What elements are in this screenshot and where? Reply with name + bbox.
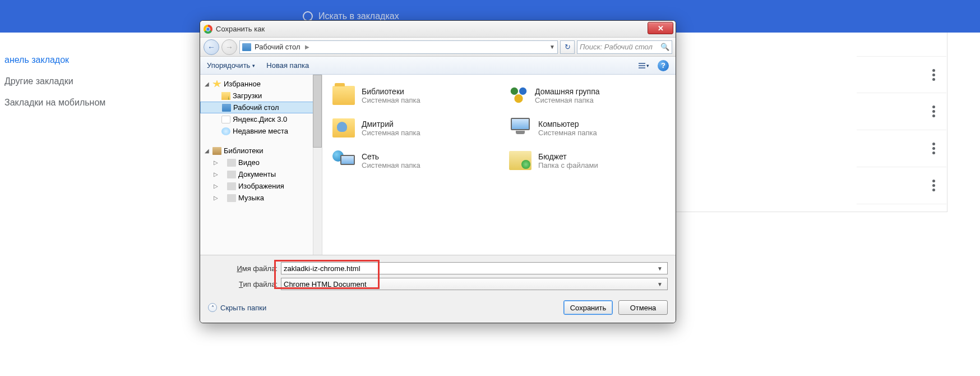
tree-libraries[interactable]: ◢Библиотеки — [200, 145, 322, 157]
tree-recent[interactable]: Недавние места — [200, 125, 322, 137]
help-button[interactable]: ? — [658, 60, 669, 71]
expand-icon[interactable]: ▷ — [214, 159, 218, 166]
expand-icon[interactable]: ▷ — [214, 183, 218, 189]
filename-label: Имя файла: — [208, 264, 281, 273]
address-bar[interactable]: Рабочий стол ▶ ▼ — [239, 40, 558, 54]
user-folder-icon — [332, 118, 355, 137]
item-libraries[interactable]: БиблиотекиСистемная папка — [328, 80, 493, 111]
svg-point-1 — [519, 88, 526, 95]
item-network[interactable]: СетьСистемная папка — [328, 145, 493, 176]
tree-favorites[interactable]: ◢Избранное — [200, 78, 322, 90]
filename-dropdown-icon[interactable]: ▼ — [655, 265, 665, 272]
filename-input[interactable]: zakladki-iz-chrome.html▼ — [281, 262, 668, 274]
tree-music[interactable]: ▷Музыка — [200, 192, 322, 204]
tree-video[interactable]: ▷Видео — [200, 157, 322, 168]
hide-folders-toggle[interactable]: ˄ Скрыть папки — [208, 303, 266, 312]
folder-icon — [509, 151, 531, 170]
yandex-disk-icon — [221, 116, 230, 123]
item-homegroup[interactable]: Домашняя группаСистемная папка — [505, 80, 670, 111]
overflow-menu-icon[interactable] — [932, 69, 946, 81]
svg-point-2 — [514, 94, 523, 103]
desktop-icon — [242, 43, 251, 51]
desktop-icon — [222, 104, 231, 112]
documents-icon — [227, 171, 236, 178]
folder-search-input[interactable]: Поиск: Рабочий стол 🔍 — [577, 40, 672, 54]
dialog-bottom: Имя файла: zakladki-iz-chrome.html▼ Тип … — [200, 255, 676, 323]
item-computer[interactable]: КомпьютерСистемная папка — [505, 113, 670, 143]
overflow-menu-icon[interactable] — [932, 106, 946, 117]
collapse-icon[interactable]: ◢ — [205, 148, 209, 154]
address-text: Рабочий стол — [255, 43, 301, 51]
sidebar-item-bookmarks-bar[interactable]: анель закладок — [2, 49, 191, 71]
dialog-title: Сохранить как — [216, 25, 265, 33]
refresh-button[interactable]: ↻ — [560, 40, 575, 54]
network-icon — [332, 150, 355, 171]
scrollbar-thumb[interactable] — [313, 75, 322, 148]
tree-documents[interactable]: ▷Документы — [200, 168, 322, 180]
search-icon: 🔍 — [660, 43, 669, 51]
save-as-dialog: Сохранить как ✕ ← → Рабочий стол ▶ ▼ ↻ П… — [200, 20, 676, 323]
libraries-icon — [332, 86, 355, 105]
video-icon — [227, 159, 236, 167]
music-icon — [227, 194, 236, 202]
filetype-select[interactable]: Chrome HTML Document▼ — [281, 278, 668, 290]
chevron-up-icon: ˄ — [208, 303, 217, 312]
images-icon — [227, 182, 236, 190]
tree-downloads[interactable]: Загрузки — [200, 90, 322, 102]
titlebar[interactable]: Сохранить как ✕ — [200, 21, 676, 38]
filetype-dropdown-icon[interactable]: ▼ — [655, 281, 665, 287]
overflow-menu-icon[interactable] — [932, 143, 946, 154]
filetype-label: Тип файла: — [208, 280, 281, 288]
downloads-icon — [221, 92, 230, 100]
star-icon — [212, 80, 221, 88]
tree-yandex-disk[interactable]: Яндекс.Диск 3.0 — [200, 113, 322, 125]
address-dropdown-icon[interactable]: ▼ — [549, 44, 555, 50]
expand-icon[interactable]: ▷ — [214, 195, 218, 201]
sidebar-item-other-bookmarks[interactable]: Другие закладки — [2, 71, 191, 92]
computer-icon — [509, 118, 531, 138]
libraries-icon — [212, 147, 221, 155]
svg-point-0 — [511, 88, 518, 95]
search-placeholder: Поиск: Рабочий стол — [580, 43, 653, 51]
file-list[interactable]: БиблиотекиСистемная папка Домашняя групп… — [322, 75, 676, 255]
item-budget[interactable]: БюджетПапка с файлами — [505, 145, 670, 176]
back-button[interactable]: ← — [204, 39, 219, 55]
forward-button[interactable]: → — [221, 39, 237, 55]
organize-menu[interactable]: Упорядочить — [207, 61, 255, 70]
new-folder-button[interactable]: Новая папка — [266, 61, 309, 70]
item-user[interactable]: ДмитрийСистемная папка — [328, 113, 493, 143]
chrome-icon — [204, 25, 212, 34]
bookmark-rows-overflow — [857, 56, 946, 204]
bookmark-sidebar: анель закладок Другие закладки Закладки … — [0, 33, 191, 113]
recent-icon — [221, 127, 230, 135]
collapse-icon[interactable]: ◢ — [205, 81, 209, 87]
tree-images[interactable]: ▷Изображения — [200, 180, 322, 192]
homegroup-icon — [508, 85, 529, 106]
sidebar-item-mobile-bookmarks[interactable]: Закладки на мобильном — [2, 92, 191, 113]
close-button[interactable]: ✕ — [648, 22, 673, 34]
navigation-bar: ← → Рабочий стол ▶ ▼ ↻ Поиск: Рабочий ст… — [200, 38, 676, 57]
chevron-right-icon: ▶ — [305, 44, 309, 50]
tree-scrollbar[interactable] — [313, 75, 322, 255]
folder-tree[interactable]: ◢Избранное Загрузки Рабочий стол Яндекс.… — [200, 75, 322, 255]
cancel-button[interactable]: Отмена — [618, 300, 668, 315]
tree-desktop[interactable]: Рабочий стол — [200, 102, 322, 113]
overflow-menu-icon[interactable] — [932, 180, 946, 191]
view-options-button[interactable]: ▾ — [636, 61, 652, 70]
expand-icon[interactable]: ▷ — [214, 171, 218, 177]
dialog-toolbar: Упорядочить Новая папка ▾ ? — [200, 57, 676, 75]
save-button[interactable]: Сохранить — [563, 300, 613, 315]
